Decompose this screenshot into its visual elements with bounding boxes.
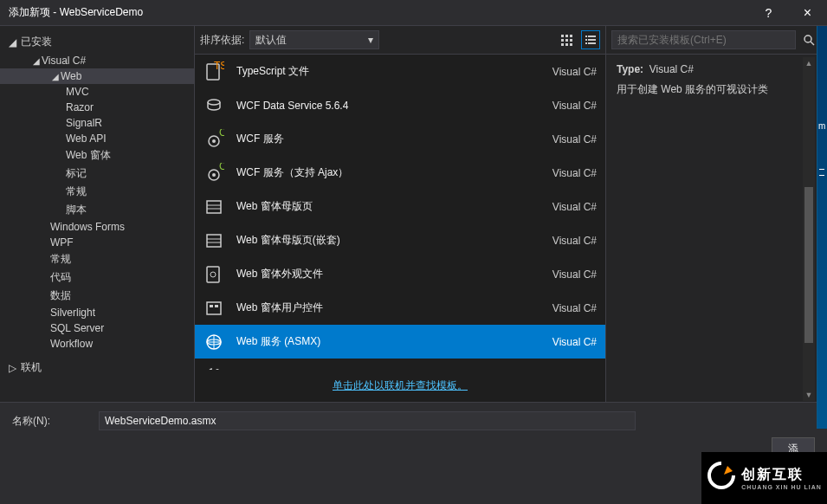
tree-item[interactable]: Web API (0, 131, 194, 146)
template-row[interactable]: Web 窗体外观文件Visual C# (195, 257, 605, 291)
tree-item[interactable]: Razor (0, 100, 194, 115)
installed-header[interactable]: ◢ 已安装 (0, 31, 194, 53)
search-bar: ▾ (606, 26, 827, 55)
list-view[interactable] (581, 30, 600, 49)
template-name: Web 窗体母版页(嵌套) (236, 233, 515, 248)
template-lang: Visual C# (527, 100, 597, 112)
template-icon (204, 95, 224, 116)
online-label: 联机 (21, 360, 42, 375)
svg-rect-5 (570, 39, 572, 42)
template-lang: Visual C# (527, 302, 597, 314)
help-button[interactable]: ? (749, 0, 788, 26)
svg-rect-0 (561, 35, 564, 37)
template-row[interactable]: Web 服务 (ASMX)Visual C# (195, 325, 605, 359)
template-name: WCF Data Service 5.6.4 (236, 100, 515, 112)
tree-item[interactable]: WPF (0, 235, 194, 250)
tree-item[interactable]: MVC (0, 84, 194, 100)
template-row[interactable]: TSTypeScript 文件Visual C# (195, 55, 605, 88)
center-pane: 排序依据: 默认值 ▾ TSTypeScript 文件Visual C#WCF … (195, 26, 606, 402)
template-icon (204, 230, 224, 251)
sidebar: ◢ 已安装 ◢Visual C#◢WebMVCRazorSignalRWeb A… (0, 26, 195, 402)
scroll-up-icon[interactable]: ▲ (803, 57, 815, 69)
tree-item[interactable]: Workflow (0, 336, 194, 352)
template-icon: C# (204, 129, 224, 150)
tree-item-label: Web (61, 70, 81, 82)
tree-item[interactable]: SignalR (0, 115, 194, 131)
svg-point-22 (212, 173, 216, 177)
sort-label: 排序依据: (200, 33, 244, 48)
tree-item[interactable]: SQL Server (0, 320, 194, 336)
logo-cn: 创新互联 (741, 466, 822, 484)
template-row[interactable]: Web 配置文件Visual C# (195, 359, 605, 370)
template-row[interactable]: C#WCF 服务（支持 Ajax）Visual C# (195, 156, 605, 190)
svg-rect-10 (588, 36, 596, 37)
template-icon (204, 298, 224, 319)
svg-rect-3 (565, 39, 568, 42)
template-row[interactable]: Web 窗体母版页Visual C# (195, 190, 605, 223)
tree-item[interactable]: 标记 (0, 165, 194, 183)
svg-point-17 (208, 100, 220, 105)
template-lang: Visual C# (527, 336, 597, 348)
scroll-down-icon[interactable]: ▼ (803, 389, 815, 401)
svg-text:C#: C# (219, 129, 224, 139)
scroll-thumb[interactable] (804, 187, 813, 343)
template-lang: Visual C# (527, 167, 597, 179)
search-input[interactable] (611, 30, 796, 49)
template-row[interactable]: Web 窗体母版页(嵌套)Visual C# (195, 223, 605, 257)
tree-item-label: 代码 (50, 270, 71, 285)
close-button[interactable]: × (788, 0, 827, 26)
template-name: Web 窗体外观文件 (236, 267, 515, 281)
svg-rect-30 (207, 267, 219, 282)
tree-item[interactable]: 代码 (0, 268, 194, 287)
svg-rect-12 (588, 39, 596, 41)
panel-letter: m (818, 121, 825, 131)
tree-item-label: 常规 (50, 252, 71, 267)
type-label: Type: (617, 63, 643, 75)
search-icon[interactable] (799, 30, 818, 49)
tree-item[interactable]: 常规 (0, 183, 194, 201)
tree-item[interactable]: ◢Web (0, 68, 194, 84)
template-description: Type: Visual C# 用于创建 Web 服务的可视设计类 (606, 55, 827, 106)
tree-item[interactable]: 数据 (0, 287, 194, 305)
template-lang: Visual C# (527, 235, 597, 247)
tree-item[interactable]: 常规 (0, 250, 194, 268)
template-scrollbar[interactable]: ▲ ▼ (803, 57, 815, 401)
category-tree: ◢Visual C#◢WebMVCRazorSignalRWeb APIWeb … (0, 53, 194, 352)
template-list[interactable]: TSTypeScript 文件Visual C#WCF Data Service… (195, 55, 605, 370)
svg-rect-11 (585, 39, 587, 41)
svg-rect-27 (207, 235, 221, 247)
installed-label: 已安装 (21, 35, 52, 49)
template-name: WCF 服务（支持 Ajax） (236, 165, 515, 180)
svg-rect-13 (585, 42, 587, 44)
tree-item[interactable]: Web 窗体 (0, 146, 194, 165)
template-row[interactable]: Web 窗体用户控件Visual C# (195, 291, 605, 325)
type-value: Visual C# (649, 63, 694, 75)
template-row[interactable]: C#WCF 服务Visual C# (195, 122, 605, 156)
tree-item-label: 标记 (66, 166, 87, 181)
online-search-link[interactable]: 单击此处以联机并查找模板。 (333, 379, 468, 391)
online-header[interactable]: ▷ 联机 (0, 357, 194, 378)
collapsed-panel[interactable]: m (817, 26, 827, 429)
name-input[interactable] (99, 411, 636, 430)
template-name: Web 窗体用户控件 (236, 300, 515, 315)
caret-icon: ◢ (50, 72, 61, 81)
toolbar: 排序依据: 默认值 ▾ (195, 26, 605, 55)
description-text: 用于创建 Web 服务的可视设计类 (617, 82, 817, 97)
tree-item-label: SQL Server (50, 322, 104, 334)
svg-rect-6 (561, 43, 564, 46)
tree-item[interactable]: 脚本 (0, 201, 194, 219)
sort-dropdown[interactable]: 默认值 ▾ (249, 30, 379, 49)
template-name: WCF 服务 (236, 132, 515, 146)
template-row[interactable]: WCF Data Service 5.6.4Visual C# (195, 88, 605, 122)
tree-item[interactable]: Silverlight (0, 305, 194, 320)
tree-item[interactable]: Windows Forms (0, 219, 194, 235)
small-icons-view[interactable] (557, 30, 576, 49)
tree-item[interactable]: ◢Visual C# (0, 53, 194, 68)
svg-rect-14 (588, 42, 596, 44)
sort-value: 默认值 (255, 33, 287, 48)
template-lang: Visual C# (527, 201, 597, 213)
tree-item-label: 数据 (50, 288, 71, 303)
logo-mark-icon (707, 461, 736, 496)
template-name: TypeScript 文件 (236, 64, 515, 79)
template-icon (204, 332, 224, 352)
